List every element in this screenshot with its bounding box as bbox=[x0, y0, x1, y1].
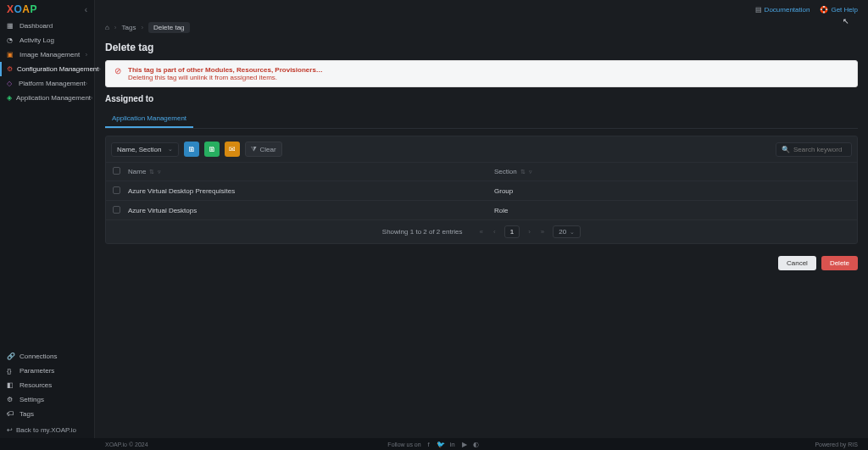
nav-icon: ▣ bbox=[7, 51, 15, 58]
assigned-to-heading: Assigned to bbox=[105, 94, 858, 103]
select-all-checkbox[interactable] bbox=[113, 167, 120, 175]
crumb-tags[interactable]: Tags bbox=[122, 24, 136, 31]
back-link[interactable]: ↩ Back to my.XOAP.io bbox=[0, 421, 94, 439]
search-input[interactable] bbox=[793, 146, 846, 153]
twitter-icon[interactable]: 🐦 bbox=[437, 440, 445, 448]
sidebar-item-settings[interactable]: ⚙Settings bbox=[0, 392, 94, 407]
facebook-icon[interactable]: f bbox=[425, 440, 433, 448]
nav-icon: ◔ bbox=[7, 36, 15, 44]
page-size-dropdown[interactable]: 20 ⌄ bbox=[553, 225, 581, 238]
nav-label: Dashboard bbox=[19, 22, 53, 30]
chevron-right-icon: › bbox=[86, 52, 87, 58]
pager-next[interactable]: › bbox=[526, 228, 532, 236]
assigned-table: Name, Section ⌄ 🗎 🗎 ✉ ⧩ Clear 🔍 bbox=[105, 136, 858, 244]
nav-label: Connections bbox=[19, 353, 57, 360]
nav-icon: ◈ bbox=[7, 94, 12, 102]
sidebar-item-resources[interactable]: ◧Resources bbox=[0, 378, 94, 392]
filter-icon[interactable]: ▿ bbox=[529, 169, 532, 175]
documentation-link[interactable]: ▤Documentation bbox=[755, 6, 810, 14]
main-nav: ▦Dashboard◔Activity Log▣Image Management… bbox=[0, 19, 94, 349]
funnel-icon: ⧩ bbox=[251, 145, 257, 153]
nav-icon: ▦ bbox=[7, 22, 15, 30]
warning-subtitle: Deleting this tag will unlink it from as… bbox=[128, 74, 323, 81]
sidebar-item-platform-management[interactable]: ◇Platform Management› bbox=[0, 76, 94, 91]
chevron-down-icon: ⌄ bbox=[168, 146, 173, 153]
topbar: ▤Documentation 🛟Get Help bbox=[95, 0, 868, 19]
pager-first[interactable]: « bbox=[478, 228, 485, 236]
crumb-current: Delete tag bbox=[148, 22, 189, 33]
sidebar-item-dashboard[interactable]: ▦Dashboard bbox=[0, 19, 94, 33]
sidebar-bottom: 🔗Connections{}Parameters◧Resources⚙Setti… bbox=[0, 349, 94, 444]
action-bar: Cancel Delete bbox=[105, 251, 858, 270]
export-button-green[interactable]: 🗎 bbox=[204, 142, 220, 157]
nav-label: Activity Log bbox=[19, 36, 54, 44]
cell-name: Azure Virtual Desktop Prerequisites bbox=[128, 187, 494, 195]
footer-copyright: XOAP.io © 2024 bbox=[105, 442, 148, 447]
nav-label: Application Management bbox=[16, 94, 91, 102]
sidebar-item-activity-log[interactable]: ◔Activity Log bbox=[0, 33, 94, 47]
table-row[interactable]: Azure Virtual DesktopsRole bbox=[106, 200, 857, 219]
pager-current: 1 bbox=[504, 225, 520, 238]
sidebar: XOAP ‹ ▦Dashboard◔Activity Log▣Image Man… bbox=[0, 0, 95, 444]
nav-label: Configuration Management bbox=[17, 65, 99, 73]
book-icon: ▤ bbox=[755, 6, 762, 14]
nav-icon: 🏷 bbox=[7, 410, 15, 418]
nav-icon: ⚙ bbox=[7, 65, 13, 73]
sidebar-item-parameters[interactable]: {}Parameters bbox=[0, 364, 94, 378]
pagination: Showing 1 to 2 of 2 entries « ‹ 1 › » 20… bbox=[106, 219, 857, 243]
search-icon: 🔍 bbox=[782, 146, 790, 153]
help-icon: 🛟 bbox=[820, 6, 828, 14]
github-icon[interactable]: ◐ bbox=[472, 440, 481, 448]
page-title: Delete tag bbox=[105, 42, 858, 53]
search-box[interactable]: 🔍 bbox=[776, 142, 852, 157]
linkedin-icon[interactable]: in bbox=[448, 440, 457, 448]
youtube-icon[interactable]: ▶ bbox=[460, 440, 469, 448]
nav-label: Platform Management bbox=[19, 80, 86, 87]
nav-icon: ◇ bbox=[7, 80, 14, 87]
tab-application-management[interactable]: Application Management bbox=[105, 110, 193, 128]
breadcrumb: ⌂ › Tags › Delete tag bbox=[95, 19, 868, 36]
nav-label: Resources bbox=[19, 381, 52, 389]
collapse-sidebar-icon[interactable]: ‹ bbox=[85, 5, 87, 14]
nav-label: Image Management bbox=[19, 51, 80, 58]
filter-icon[interactable]: ▿ bbox=[158, 169, 161, 175]
table-row[interactable]: Azure Virtual Desktop PrerequisitesGroup bbox=[106, 181, 857, 200]
nav-label: Parameters bbox=[19, 367, 54, 375]
sort-icon[interactable]: ⇅ bbox=[520, 169, 526, 175]
warning-title: This tag is part of other Modules, Resou… bbox=[128, 66, 323, 74]
sidebar-item-image-management[interactable]: ▣Image Management› bbox=[0, 47, 94, 62]
cell-name: Azure Virtual Desktops bbox=[128, 207, 494, 214]
header-name[interactable]: Name bbox=[128, 168, 146, 175]
clear-filters-button[interactable]: ⧩ Clear bbox=[245, 142, 281, 157]
tabs: Application Management bbox=[105, 110, 858, 129]
nav-icon: ⚙ bbox=[7, 396, 15, 403]
nav-label: Tags bbox=[19, 410, 34, 418]
export-button-blue[interactable]: 🗎 bbox=[184, 142, 199, 157]
cell-section: Group bbox=[494, 187, 850, 195]
nav-label: Settings bbox=[19, 396, 44, 403]
sidebar-item-connections[interactable]: 🔗Connections bbox=[0, 349, 94, 364]
warning-icon: ⊘ bbox=[114, 66, 121, 81]
export-button-orange[interactable]: ✉ bbox=[225, 142, 240, 157]
nav-icon: ◧ bbox=[7, 381, 15, 389]
cell-section: Role bbox=[494, 207, 850, 214]
column-filter-dropdown[interactable]: Name, Section ⌄ bbox=[111, 142, 179, 157]
sidebar-item-tags[interactable]: 🏷Tags bbox=[0, 407, 94, 421]
chevron-right-icon: › bbox=[91, 95, 92, 101]
row-checkbox[interactable] bbox=[113, 206, 120, 214]
logo-area: XOAP ‹ bbox=[0, 0, 94, 19]
sort-icon[interactable]: ⇅ bbox=[149, 169, 154, 175]
footer-follow-label: Follow us on bbox=[387, 442, 420, 447]
get-help-link[interactable]: 🛟Get Help bbox=[820, 6, 858, 14]
pager-prev[interactable]: ‹ bbox=[492, 228, 498, 236]
pager-last[interactable]: » bbox=[539, 228, 546, 236]
row-checkbox[interactable] bbox=[113, 186, 120, 194]
delete-button[interactable]: Delete bbox=[821, 256, 858, 270]
back-icon: ↩ bbox=[7, 426, 13, 434]
sidebar-item-application-management[interactable]: ◈Application Management› bbox=[0, 91, 94, 105]
sidebar-item-configuration-management[interactable]: ⚙Configuration Management› bbox=[0, 62, 94, 76]
home-icon[interactable]: ⌂ bbox=[105, 24, 109, 31]
header-section[interactable]: Section bbox=[494, 168, 517, 175]
chevron-down-icon: ⌄ bbox=[570, 229, 575, 236]
cancel-button[interactable]: Cancel bbox=[778, 256, 816, 270]
